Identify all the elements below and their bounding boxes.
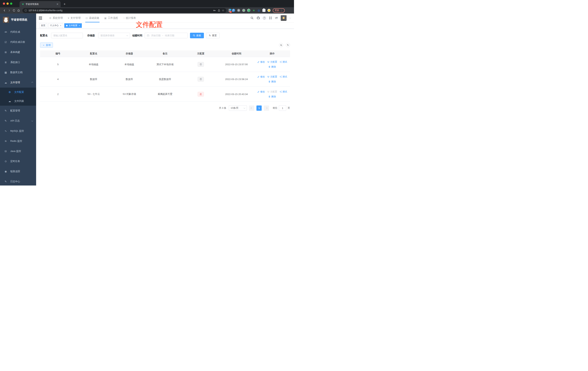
top-menu-workflow[interactable]: ▣ 工作流程 bbox=[102, 13, 120, 22]
edit-link[interactable]: 修改 bbox=[257, 60, 265, 64]
forward-icon[interactable] bbox=[7, 9, 11, 12]
ext-green-star-icon[interactable]: ★ bbox=[252, 9, 255, 12]
top-menu-reports[interactable]: ◔ 统计报表 bbox=[120, 13, 138, 22]
sidebar-item-api-log[interactable]: ✎ API 日志 bbox=[0, 116, 36, 126]
sidebar-item-scheduled-tasks[interactable]: ⊙ 定时任务 bbox=[0, 156, 36, 166]
browser-tab[interactable]: 芋道管理系统 ✕ bbox=[20, 1, 61, 7]
sidebar-item-db-doc[interactable]: ▦ 数据库文档 bbox=[0, 67, 36, 77]
help-icon[interactable]: ? bbox=[263, 17, 266, 20]
sidebar-item-code-generation[interactable]: </> 代码生成 bbox=[0, 27, 36, 37]
create-time-range-picker[interactable]: 开始日期 - 结束日期 bbox=[145, 33, 188, 38]
reload-icon[interactable] bbox=[11, 9, 16, 12]
sidebar-item-config-management[interactable]: ✎ 配置管理 bbox=[0, 106, 36, 116]
ext-blue-eye-icon[interactable]: ◎ bbox=[257, 9, 260, 12]
close-icon[interactable]: × bbox=[79, 24, 80, 27]
ext-y-circle-icon[interactable]: Y bbox=[247, 9, 250, 12]
test-link[interactable]: 测试 bbox=[280, 60, 287, 64]
add-button[interactable]: ＋ 新增 bbox=[40, 42, 53, 48]
ext-green-dot-icon[interactable] bbox=[242, 9, 245, 12]
avatar[interactable] bbox=[281, 15, 286, 21]
goto-page-input[interactable] bbox=[279, 105, 286, 111]
ext-puzzle-icon[interactable] bbox=[262, 9, 265, 12]
sidebar-item-file-management[interactable]: ☁ 文件管理 bbox=[0, 77, 36, 88]
trash-icon bbox=[268, 81, 271, 83]
cloud-download-icon: ☁ bbox=[4, 81, 7, 84]
cell-create-time: 2022-03-15 20:43:34 bbox=[219, 93, 254, 95]
refresh-table-button[interactable]: ↻ bbox=[286, 43, 290, 47]
top-menu-payment[interactable]: ¥ 支付管理 bbox=[65, 13, 83, 22]
ext-grid-diamond-icon[interactable]: 11 bbox=[229, 9, 230, 12]
storage-select[interactable]: 请选择存储器 bbox=[98, 33, 130, 38]
chevron-up-icon bbox=[32, 82, 33, 84]
next-page-button[interactable] bbox=[264, 106, 269, 111]
collapse-sidebar-icon[interactable] bbox=[39, 16, 43, 20]
edit-link[interactable]: 修改 bbox=[257, 90, 265, 93]
master-config-link[interactable]: 主配置 bbox=[267, 60, 277, 64]
fullscreen-icon[interactable] bbox=[269, 16, 272, 20]
cloud-upload-icon: ☁ bbox=[8, 100, 11, 103]
sidebar-item-log-center[interactable]: ✎ 日志中心 bbox=[0, 177, 36, 186]
minimize-window-button[interactable] bbox=[7, 2, 9, 5]
home-icon[interactable] bbox=[16, 9, 21, 12]
delete-link[interactable]: 删除 bbox=[268, 95, 276, 98]
font-size-icon[interactable]: TT bbox=[275, 16, 278, 20]
page-number-button[interactable]: 1 bbox=[256, 106, 262, 111]
sidebar-item-mysql-monitor[interactable]: ∿ MySQL 监控 bbox=[0, 126, 36, 136]
tag-file-config[interactable]: 文件配置 × bbox=[64, 23, 82, 28]
top-menu-system[interactable]: ⚙ 系统管理 bbox=[47, 13, 65, 22]
prev-page-button[interactable] bbox=[249, 106, 254, 111]
close-window-button[interactable] bbox=[3, 2, 5, 5]
magnet-icon bbox=[267, 76, 269, 78]
top-menu-infrastructure[interactable]: ⊡ 基础设施 bbox=[83, 13, 102, 22]
close-icon[interactable]: × bbox=[60, 24, 61, 27]
delete-link[interactable]: 删除 bbox=[268, 80, 276, 83]
sidebar-item-code-demo[interactable]: ☑ 代码生成示例 bbox=[0, 37, 36, 47]
sidebar-item-java-monitor[interactable]: ⊟ Java 监控 bbox=[0, 146, 36, 156]
tag-profile[interactable]: 个人中心 × bbox=[48, 23, 63, 28]
eye-icon: ◉ bbox=[4, 170, 7, 173]
reset-button[interactable]: ↻ 重置 bbox=[206, 33, 220, 38]
address-bar[interactable]: i 127.0.0.1:1024/infra/file/file-config … bbox=[22, 8, 226, 13]
sidebar-item-form-builder[interactable]: ⊞ 表单构建 bbox=[0, 47, 36, 57]
tab-close-icon[interactable]: ✕ bbox=[56, 3, 59, 5]
share-icon[interactable] bbox=[218, 9, 220, 12]
cell-storage: S3 对象存储 bbox=[111, 93, 147, 96]
sidebar-logo[interactable]: 芋道管理系统 bbox=[0, 13, 36, 24]
tag-home[interactable]: 首页 bbox=[39, 23, 47, 28]
document-edit-icon: ✎ bbox=[4, 119, 7, 122]
page-size-select[interactable]: 10条/页 bbox=[229, 105, 247, 111]
app-title: 芋道管理系统 bbox=[11, 18, 27, 21]
header-actions: 操作 bbox=[254, 52, 290, 55]
show-search-toggle-button[interactable] bbox=[279, 43, 283, 47]
maximize-window-button[interactable] bbox=[10, 2, 12, 5]
password-key-icon[interactable] bbox=[213, 9, 216, 12]
github-icon[interactable] bbox=[257, 16, 260, 20]
sidebar-item-tracing[interactable]: ◉ 链路追踪 bbox=[0, 166, 36, 177]
bookmark-star-icon[interactable]: ☆ bbox=[222, 9, 224, 12]
master-config-link: 主配置 bbox=[267, 90, 277, 93]
sidebar-item-system-api[interactable]: ≣ 系统接口 bbox=[0, 57, 36, 67]
search-icon[interactable] bbox=[251, 16, 253, 20]
search-button[interactable]: 搜索 bbox=[190, 33, 204, 38]
master-config-link[interactable]: 主配置 bbox=[267, 75, 277, 78]
back-icon[interactable] bbox=[2, 9, 7, 12]
edit-link[interactable]: 修改 bbox=[257, 75, 265, 78]
browser-update-button[interactable]: 更新 ⋮ bbox=[273, 8, 285, 13]
sidebar-menu: </> 代码生成 ☑ 代码生成示例 ⊞ 表单构建 ≣ 系统接口 ▦ 数据库文档 … bbox=[0, 27, 36, 186]
new-tab-button[interactable]: + bbox=[63, 2, 65, 6]
config-name-input[interactable] bbox=[51, 33, 83, 38]
pencil-icon bbox=[257, 76, 260, 78]
test-link[interactable]: 测试 bbox=[280, 90, 287, 93]
ext-command-icon[interactable]: ⌘ bbox=[237, 9, 240, 12]
ext-balloon-icon[interactable] bbox=[232, 9, 235, 12]
sidebar-item-file-list[interactable]: ☁ 文件列表 bbox=[0, 97, 36, 106]
sidebar-item-file-config[interactable]: ⚙ 文件配置 bbox=[0, 88, 36, 97]
ext-emoji-icon[interactable] bbox=[267, 9, 271, 12]
test-link[interactable]: 测试 bbox=[280, 75, 287, 78]
sidebar-item-redis-monitor[interactable]: ≋ Redis 监控 bbox=[0, 136, 36, 146]
extension-badge: 11 bbox=[230, 11, 232, 13]
avatar-caret-icon[interactable] bbox=[289, 17, 291, 19]
browser-menu-dots-icon[interactable]: ⋮ bbox=[280, 9, 283, 12]
site-info-icon[interactable]: i bbox=[25, 9, 27, 11]
delete-link[interactable]: 删除 bbox=[268, 65, 276, 68]
